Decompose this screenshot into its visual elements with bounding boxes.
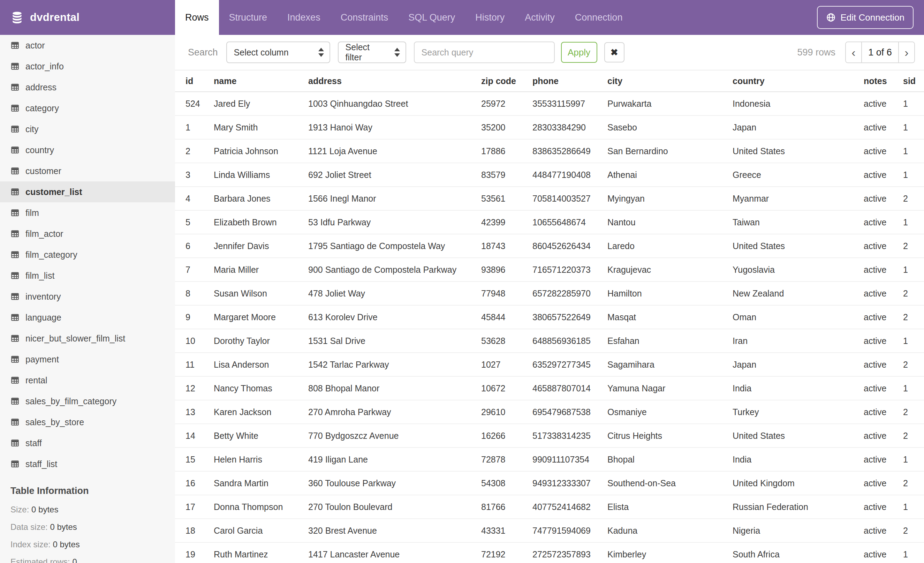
sidebar-item-sales-by-film-category[interactable]: sales_by_film_category [0, 391, 175, 411]
cell-city[interactable]: Laredo [608, 234, 733, 258]
cell-phone[interactable]: 465887807014 [532, 376, 608, 400]
cell-country[interactable]: Japan [733, 353, 864, 376]
cell-notes[interactable]: active [864, 210, 903, 234]
cell-sid[interactable]: 2 [903, 424, 924, 447]
cell-phone[interactable]: 380657522649 [532, 305, 608, 329]
sidebar-item-actor[interactable]: actor [0, 35, 175, 56]
sidebar-item-sales-by-store[interactable]: sales_by_store [0, 411, 175, 432]
cell-city[interactable]: Hamilton [608, 281, 733, 305]
cell-city[interactable]: Elista [608, 495, 733, 519]
cell-phone[interactable]: 28303384290 [532, 116, 608, 139]
cell-country[interactable]: New Zealand [733, 281, 864, 305]
cell-notes[interactable]: active [864, 495, 903, 519]
cell-address[interactable]: 613 Korolev Drive [308, 305, 481, 329]
cell-city[interactable]: Purwakarta [608, 92, 733, 116]
tab-rows[interactable]: Rows [175, 0, 219, 35]
cell-id[interactable]: 11 [175, 353, 214, 376]
cell-notes[interactable]: active [864, 163, 903, 187]
cell-zip-code[interactable]: 43331 [481, 519, 532, 542]
tab-structure[interactable]: Structure [219, 0, 278, 35]
cell-name[interactable]: Helen Harris [214, 447, 308, 471]
cell-country[interactable]: Japan [733, 116, 864, 139]
cell-zip-code[interactable]: 93896 [481, 258, 532, 281]
sidebar-item-staff[interactable]: staff [0, 432, 175, 453]
cell-country[interactable]: Indonesia [733, 92, 864, 116]
tab-indexes[interactable]: Indexes [277, 0, 330, 35]
cell-city[interactable]: San Bernardino [608, 139, 733, 163]
cell-name[interactable]: Karen Jackson [214, 400, 308, 424]
sidebar-item-customer[interactable]: customer [0, 161, 175, 182]
cell-id[interactable]: 8 [175, 281, 214, 305]
search-query-input[interactable] [414, 42, 555, 63]
cell-address[interactable]: 270 Amroha Parkway [308, 400, 481, 424]
cell-notes[interactable]: active [864, 353, 903, 376]
cell-phone[interactable]: 990911107354 [532, 447, 608, 471]
sidebar-item-category[interactable]: category [0, 98, 175, 119]
cell-name[interactable]: Lisa Anderson [214, 353, 308, 376]
cell-sid[interactable]: 1 [903, 116, 924, 139]
cell-address[interactable]: 1542 Tarlac Parkway [308, 353, 481, 376]
cell-name[interactable]: Jennifer Davis [214, 234, 308, 258]
cell-id[interactable]: 15 [175, 447, 214, 471]
cell-address[interactable]: 900 Santiago de Compostela Parkway [308, 258, 481, 281]
cell-id[interactable]: 18 [175, 519, 214, 542]
cell-address[interactable]: 1531 Sal Drive [308, 329, 481, 353]
cell-country[interactable]: Yugoslavia [733, 258, 864, 281]
cell-sid[interactable]: 1 [903, 92, 924, 116]
cell-city[interactable]: Southend-on-Sea [608, 471, 733, 495]
cell-phone[interactable]: 949312333307 [532, 471, 608, 495]
cell-zip-code[interactable]: 35200 [481, 116, 532, 139]
cell-city[interactable]: Nantou [608, 210, 733, 234]
cell-notes[interactable]: active [864, 116, 903, 139]
cell-country[interactable]: Greece [733, 163, 864, 187]
sidebar-item-city[interactable]: city [0, 119, 175, 140]
cell-city[interactable]: Masqat [608, 305, 733, 329]
sidebar-item-address[interactable]: address [0, 77, 175, 98]
cell-zip-code[interactable]: 45844 [481, 305, 532, 329]
cell-city[interactable]: Myingyan [608, 187, 733, 210]
column-header-notes[interactable]: notes [864, 70, 903, 92]
cell-country[interactable]: South Africa [733, 542, 864, 563]
filter-select[interactable]: Select filter [338, 42, 406, 63]
cell-notes[interactable]: active [864, 400, 903, 424]
cell-sid[interactable]: 2 [903, 471, 924, 495]
cell-id[interactable]: 9 [175, 305, 214, 329]
cell-zip-code[interactable]: 17886 [481, 139, 532, 163]
cell-address[interactable]: 1417 Lancaster Avenue [308, 542, 481, 563]
cell-name[interactable]: Patricia Johnson [214, 139, 308, 163]
cell-address[interactable]: 1566 Inegl Manor [308, 187, 481, 210]
cell-name[interactable]: Maria Miller [214, 258, 308, 281]
cell-city[interactable]: Athenai [608, 163, 733, 187]
sidebar-item-customer-list[interactable]: customer_list [0, 182, 175, 202]
sidebar-item-film-actor[interactable]: film_actor [0, 223, 175, 244]
cell-address[interactable]: 270 Toulon Boulevard [308, 495, 481, 519]
cell-sid[interactable]: 2 [903, 305, 924, 329]
cell-phone[interactable]: 35533115997 [532, 92, 608, 116]
cell-zip-code[interactable]: 16266 [481, 424, 532, 447]
cell-name[interactable]: Ruth Martinez [214, 542, 308, 563]
cell-id[interactable]: 4 [175, 187, 214, 210]
column-header-id[interactable]: id [175, 70, 214, 92]
cell-name[interactable]: Nancy Thomas [214, 376, 308, 400]
cell-name[interactable]: Jared Ely [214, 92, 308, 116]
cell-country[interactable]: Iran [733, 329, 864, 353]
column-header-city[interactable]: city [608, 70, 733, 92]
cell-notes[interactable]: active [864, 187, 903, 210]
cell-name[interactable]: Barbara Jones [214, 187, 308, 210]
cell-city[interactable]: Sagamihara [608, 353, 733, 376]
cell-notes[interactable]: active [864, 329, 903, 353]
cell-phone[interactable]: 657282285970 [532, 281, 608, 305]
cell-id[interactable]: 3 [175, 163, 214, 187]
cell-id[interactable]: 524 [175, 92, 214, 116]
cell-id[interactable]: 2 [175, 139, 214, 163]
cell-address[interactable]: 1003 Qinhuangdao Street [308, 92, 481, 116]
cell-phone[interactable]: 635297277345 [532, 353, 608, 376]
cell-zip-code[interactable]: 25972 [481, 92, 532, 116]
cell-zip-code[interactable]: 18743 [481, 234, 532, 258]
sidebar-item-film-category[interactable]: film_category [0, 244, 175, 265]
tab-sql-query[interactable]: SQL Query [398, 0, 465, 35]
cell-name[interactable]: Susan Wilson [214, 281, 308, 305]
column-header-name[interactable]: name [214, 70, 308, 92]
cell-notes[interactable]: active [864, 139, 903, 163]
cell-sid[interactable]: 2 [903, 353, 924, 376]
